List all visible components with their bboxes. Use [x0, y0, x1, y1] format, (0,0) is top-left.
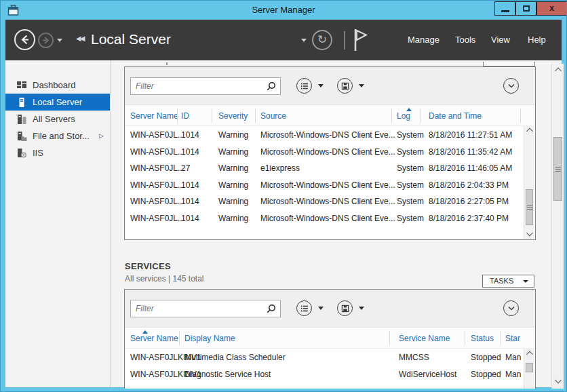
column-header-display-name[interactable]: Display Name [184, 328, 235, 349]
menu-view[interactable]: View [491, 20, 510, 60]
save-dropdown-icon[interactable] [359, 84, 364, 87]
page-scrollbar[interactable] [551, 64, 564, 389]
cell-id: 1014 [181, 177, 199, 194]
show-hide-criteria-button[interactable] [296, 78, 312, 94]
cell-severity: Warning [218, 144, 248, 161]
cell-severity: Warning [218, 160, 248, 177]
cell-star: Man [505, 366, 521, 383]
cell-server-name: WIN-ASF0JL... [130, 160, 184, 177]
cell-id: 1014 [181, 144, 199, 161]
cell-severity: Warning [218, 127, 248, 144]
criteria-dropdown-icon[interactable] [318, 307, 324, 310]
events-subtitle-remnant [166, 62, 168, 65]
scroll-up-icon[interactable] [555, 68, 562, 75]
sidebar-item-dashboard[interactable]: Dashboard [5, 77, 110, 94]
search-icon [267, 81, 276, 94]
sort-ascending-icon [142, 330, 148, 334]
events-scrollbar[interactable] [524, 125, 534, 239]
sidebar-item-iis[interactable]: IIS [5, 144, 110, 161]
all-servers-icon [16, 113, 27, 124]
sort-ascending-icon [406, 108, 412, 111]
table-row[interactable]: WIN-ASF0JL...1014WarningMicrosoft-Window… [125, 193, 535, 210]
title-bar[interactable]: Server Manager x [1, 1, 566, 20]
navigation-bar: ◀◀ Local Server ↻ ManageToolsViewHelp [5, 20, 562, 60]
events-panel: Server NameIDSeveritySourceLogDate and T… [124, 66, 536, 240]
events-filter-input[interactable] [130, 77, 281, 95]
column-header-status[interactable]: Status [471, 328, 494, 349]
events-tasks-button-cutoff[interactable] [483, 62, 535, 66]
table-row[interactable]: WIN-ASF0JL...1014WarningMicrosoft-Window… [125, 127, 535, 144]
breadcrumb-collapse-icon[interactable]: ◀◀ [76, 35, 83, 42]
column-header-date-and-time[interactable]: Date and Time [429, 106, 482, 126]
column-header-id[interactable]: ID [181, 106, 189, 126]
services-tasks-button[interactable]: TASKS [482, 275, 534, 288]
criteria-dropdown-icon[interactable] [318, 84, 324, 87]
list-icon [300, 305, 308, 312]
collapse-panel-button[interactable] [503, 300, 519, 316]
menu-tools[interactable]: Tools [455, 20, 475, 60]
cell-server-name: WIN-ASF0JL... [130, 177, 184, 194]
table-row[interactable]: WIN-ASF0JL...1014WarningMicrosoft-Window… [125, 144, 535, 161]
column-separator [391, 109, 392, 123]
services-heading: SERVICES [125, 261, 171, 271]
page-scrollbar-thumb[interactable] [553, 137, 562, 201]
save-criteria-button[interactable] [337, 300, 353, 316]
menu-help[interactable]: Help [528, 20, 546, 60]
show-hide-criteria-button[interactable] [296, 300, 312, 316]
table-row[interactable]: WIN-ASF0JL...1014WarningMicrosoft-Window… [125, 210, 535, 227]
events-scrollbar-thumb[interactable] [526, 189, 533, 225]
cell-display-name: Multimedia Class Scheduler [184, 349, 286, 366]
scroll-down-icon[interactable] [555, 377, 562, 384]
maximize-button[interactable] [515, 1, 536, 16]
minimize-button[interactable] [494, 1, 515, 16]
save-icon [341, 82, 349, 90]
collapse-panel-button[interactable] [503, 78, 519, 94]
sidebar-item-all-servers[interactable]: All Servers [5, 111, 110, 128]
notifications-flag-icon[interactable] [353, 28, 369, 54]
cell-star: Man [505, 349, 521, 366]
scroll-up-icon[interactable] [526, 351, 533, 358]
tasks-dropdown-icon [523, 280, 528, 283]
services-filter-input[interactable] [130, 300, 281, 317]
sidebar-item-file-and-stor[interactable]: File and Stor...▷ [5, 128, 110, 144]
forward-button[interactable] [38, 33, 54, 48]
history-dropdown-icon[interactable] [57, 39, 62, 42]
save-criteria-button[interactable] [337, 78, 353, 94]
back-button[interactable] [14, 29, 35, 50]
refresh-button[interactable]: ↻ [312, 30, 332, 50]
column-header-source[interactable]: Source [260, 106, 286, 126]
menu-manage[interactable]: Manage [408, 20, 439, 60]
column-separator [520, 109, 521, 123]
cell-id: 1014 [181, 210, 199, 227]
cell-severity: Warning [218, 210, 248, 227]
sidebar-item-label: IIS [33, 144, 43, 161]
close-button[interactable]: x [536, 1, 567, 16]
column-header-server-name[interactable]: Server Name [130, 328, 178, 349]
save-dropdown-icon[interactable] [359, 307, 364, 310]
cell-severity: Warning [218, 193, 248, 210]
table-row[interactable]: WIN-ASF0JLKINV1Diagnostic Service HostWd… [125, 366, 535, 383]
column-header-severity[interactable]: Severity [218, 106, 248, 126]
cell-display-name: Diagnostic Service Host [184, 366, 271, 383]
scroll-down-icon[interactable] [526, 230, 533, 237]
cell-service-name: WdiServiceHost [399, 366, 456, 383]
breadcrumb-dropdown-icon[interactable] [301, 39, 307, 42]
cell-log: System [397, 193, 424, 210]
services-scrollbar-thumb[interactable] [526, 363, 533, 372]
cell-log: System [397, 210, 424, 227]
search-icon [267, 304, 276, 316]
sidebar-item-local-server[interactable]: Local Server [5, 94, 110, 111]
expand-arrow-icon[interactable]: ▷ [99, 128, 104, 144]
scroll-up-icon[interactable] [526, 128, 533, 135]
cell-date-and-time: 8/18/2016 11:35:42 AM [429, 144, 512, 161]
column-header-star[interactable]: Star [505, 328, 520, 349]
table-row[interactable]: WIN-ASF0JL...1014WarningMicrosoft-Window… [125, 177, 535, 194]
cell-server-name: WIN-ASF0JL... [130, 127, 184, 144]
dashboard-icon [16, 79, 27, 90]
column-header-server-name[interactable]: Server Name [130, 106, 178, 126]
services-scrollbar[interactable] [524, 348, 534, 389]
column-header-service-name[interactable]: Service Name [399, 328, 450, 349]
table-row[interactable]: WIN-ASF0JLKINV1Multimedia Class Schedule… [125, 349, 535, 366]
table-row[interactable]: WIN-ASF0JL...27Warninge1iexpressSystem8/… [125, 160, 535, 177]
sidebar-divider [110, 60, 111, 387]
